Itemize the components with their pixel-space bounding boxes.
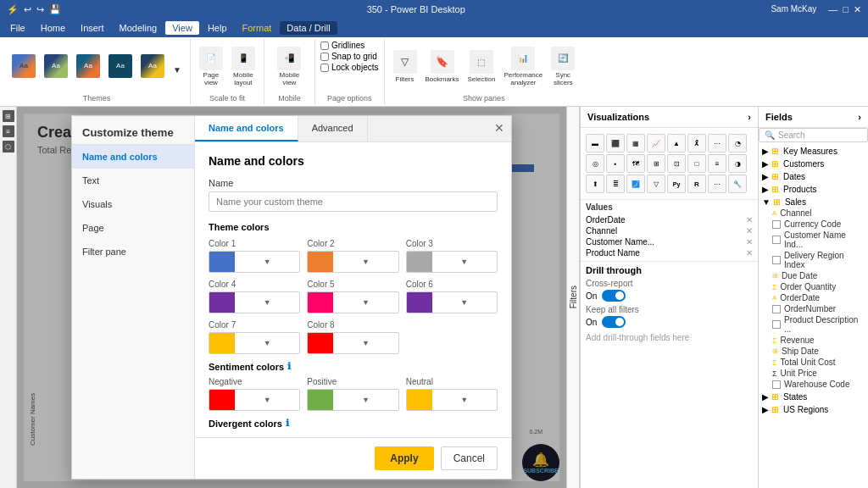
- theme-btn-5[interactable]: Aa: [137, 52, 168, 82]
- dates-header[interactable]: ▶ ⊞ Dates: [762, 171, 865, 182]
- color-picker-5[interactable]: ▼: [307, 291, 398, 313]
- value-field-remove[interactable]: ✕: [746, 237, 753, 247]
- fields-expand[interactable]: ›: [858, 112, 861, 122]
- theme-dropdown[interactable]: ▼: [170, 56, 185, 77]
- viz-icon-stacked[interactable]: ⬛: [606, 134, 625, 152]
- viz-icon-matrix[interactable]: ⊡: [667, 154, 686, 173]
- viz-icon-donut[interactable]: ◎: [586, 154, 604, 173]
- fields-search[interactable]: 🔍 Search: [759, 128, 868, 142]
- lock-objects-checkbox[interactable]: Lock objects: [320, 63, 379, 72]
- sales-field-2[interactable]: Customer Name Ind...: [762, 230, 865, 250]
- maximize-btn[interactable]: □: [843, 4, 849, 15]
- theme-name-input[interactable]: [209, 191, 498, 212]
- viz-icon-map[interactable]: 🗺: [626, 154, 645, 173]
- states-header[interactable]: ▶ ⊞ States: [762, 391, 865, 402]
- keep-filters-toggle[interactable]: [602, 316, 626, 328]
- us-regions-header[interactable]: ▶ ⊞ US Regions: [762, 404, 865, 415]
- viz-icon-build[interactable]: 🔧: [728, 175, 747, 193]
- sales-field-11[interactable]: ΣTotal Unit Cost: [762, 357, 865, 368]
- menu-file[interactable]: File: [3, 21, 32, 35]
- menu-home[interactable]: Home: [34, 21, 72, 35]
- theme-btn-1[interactable]: Aa: [8, 52, 39, 82]
- menu-modeling[interactable]: Modeling: [113, 21, 164, 35]
- sales-field-13[interactable]: Warehouse Code: [762, 379, 865, 390]
- sales-field-8[interactable]: Product Description ...: [762, 314, 865, 335]
- sales-field-0[interactable]: AChannel: [762, 208, 865, 219]
- color-picker-7[interactable]: ▼: [209, 332, 300, 354]
- sales-field-3[interactable]: Delivery Region Index: [762, 250, 865, 270]
- theme-btn-3[interactable]: Aa: [73, 52, 103, 82]
- dialog-nav-name-colors[interactable]: Name and colors: [72, 145, 194, 169]
- viz-icon-table[interactable]: ⊞: [647, 154, 665, 173]
- viz-icon-scatter[interactable]: ⋯: [708, 134, 726, 152]
- dialog-close-button[interactable]: ✕: [494, 121, 504, 135]
- sales-field-10[interactable]: ⊞Ship Date: [762, 346, 865, 357]
- apply-button[interactable]: Apply: [375, 446, 433, 470]
- dialog-nav-filter-pane[interactable]: Filter pane: [72, 240, 194, 263]
- viz-icon-line[interactable]: 📈: [647, 134, 665, 152]
- menu-view[interactable]: View: [165, 21, 199, 35]
- theme-btn-4[interactable]: Aa: [105, 52, 136, 82]
- viz-expand-icon[interactable]: ›: [748, 112, 751, 122]
- dialog-tab-name-colors[interactable]: Name and colors: [195, 116, 298, 141]
- sales-field-4[interactable]: ⊞Due Date: [762, 270, 865, 281]
- add-drill-fields[interactable]: Add drill-through fields here: [586, 331, 753, 344]
- color-picker-3[interactable]: ▼: [406, 251, 498, 273]
- viz-icon-pie[interactable]: ◔: [728, 134, 747, 152]
- cancel-button[interactable]: Cancel: [441, 446, 498, 470]
- page-view-btn[interactable]: 📄 Pageview: [196, 44, 226, 90]
- viz-icon-r[interactable]: R: [687, 175, 706, 193]
- sidebar-model-icon[interactable]: ⬡: [3, 141, 14, 152]
- color-picker-2[interactable]: ▼: [307, 251, 398, 273]
- dialog-nav-page[interactable]: Page: [72, 216, 194, 240]
- viz-icon-filled-map[interactable]: 🗾: [626, 175, 645, 193]
- viz-icon-area[interactable]: ▲: [667, 134, 686, 152]
- color-picker-8[interactable]: ▼: [307, 332, 398, 354]
- save-btn[interactable]: 💾: [49, 4, 61, 15]
- sales-field-12[interactable]: ΣUnit Price: [762, 368, 865, 379]
- viz-icon-card[interactable]: □: [687, 154, 706, 173]
- value-field-remove[interactable]: ✕: [746, 226, 753, 236]
- value-field-remove[interactable]: ✕: [746, 215, 753, 225]
- cross-report-toggle[interactable]: [602, 290, 626, 302]
- filters-btn[interactable]: ▽ Filters: [390, 47, 420, 86]
- color-picker-1[interactable]: ▼: [209, 251, 300, 273]
- viz-icon-multi-row[interactable]: ≡: [708, 154, 726, 173]
- mobile-layout-btn[interactable]: 📱 Mobilelayout: [228, 44, 259, 90]
- viz-icon-gauge[interactable]: ◑: [728, 154, 747, 173]
- viz-icon-100pct[interactable]: ▦: [626, 134, 645, 152]
- snap-to-grid-checkbox[interactable]: Snap to grid: [320, 52, 379, 61]
- viz-icon-bar[interactable]: ▬: [586, 134, 604, 152]
- key-measures-header[interactable]: ▶ ⊞ Key Measures: [762, 146, 865, 157]
- sales-field-5[interactable]: ΣOrder Quantity: [762, 281, 865, 292]
- products-header[interactable]: ▶ ⊞ Products: [762, 184, 865, 195]
- customers-header[interactable]: ▶ ⊞ Customers: [762, 158, 865, 169]
- filters-panel[interactable]: Filters: [566, 107, 580, 488]
- viz-icon-ribbon[interactable]: 🎗: [687, 134, 706, 152]
- performance-btn[interactable]: 📊 Performanceanalyzer: [500, 44, 546, 90]
- sales-field-1[interactable]: Currency Code: [762, 219, 865, 230]
- menu-insert[interactable]: Insert: [74, 21, 111, 35]
- sentiment-picker-2[interactable]: ▼: [307, 389, 398, 411]
- close-btn[interactable]: ✕: [854, 4, 861, 15]
- bookmarks-btn[interactable]: 🔖 Bookmarks: [422, 47, 463, 86]
- sales-field-6[interactable]: AOrderDate: [762, 292, 865, 303]
- sidebar-data-icon[interactable]: ≡: [3, 125, 14, 137]
- dialog-tab-advanced[interactable]: Advanced: [298, 116, 368, 141]
- mobile-view-btn[interactable]: 📲 Mobileview: [274, 44, 304, 90]
- menu-help[interactable]: Help: [201, 21, 234, 35]
- undo-btn[interactable]: ↩: [24, 4, 31, 15]
- minimize-btn[interactable]: —: [828, 4, 837, 15]
- sentiment-picker-3[interactable]: ▼: [406, 389, 498, 411]
- redo-btn[interactable]: ↪: [36, 4, 44, 15]
- menu-format[interactable]: Format: [236, 21, 279, 35]
- menu-data-drill[interactable]: Data / Drill: [280, 21, 337, 35]
- dialog-nav-text[interactable]: Text: [72, 169, 194, 192]
- sales-header[interactable]: ▼ ⊞ Sales: [762, 197, 865, 208]
- gridlines-checkbox[interactable]: Gridlines: [320, 41, 379, 50]
- selection-btn[interactable]: ⬚ Selection: [465, 47, 499, 86]
- dialog-nav-visuals[interactable]: Visuals: [72, 192, 194, 216]
- viz-icon-kpi[interactable]: ⬆: [586, 175, 604, 193]
- sync-slicers-btn[interactable]: 🔄 Syncslicers: [548, 44, 578, 90]
- viz-icon-slicer[interactable]: ≣: [606, 175, 625, 193]
